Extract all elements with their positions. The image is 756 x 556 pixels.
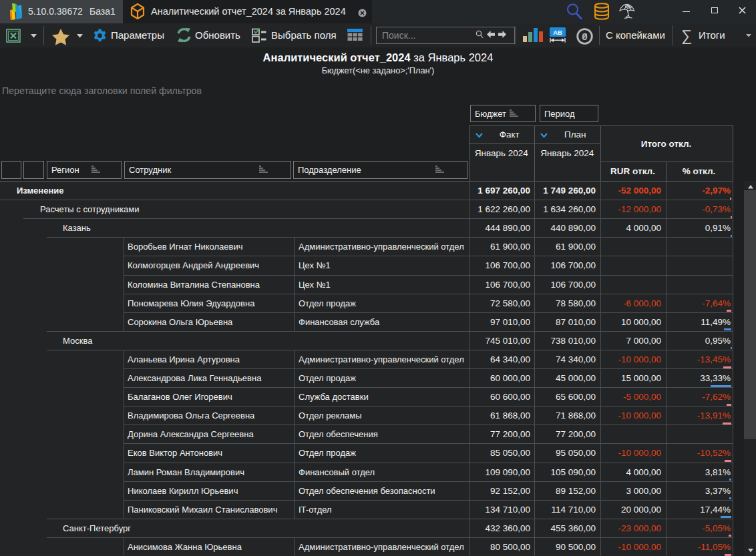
svg-text:AB: AB bbox=[553, 29, 562, 36]
